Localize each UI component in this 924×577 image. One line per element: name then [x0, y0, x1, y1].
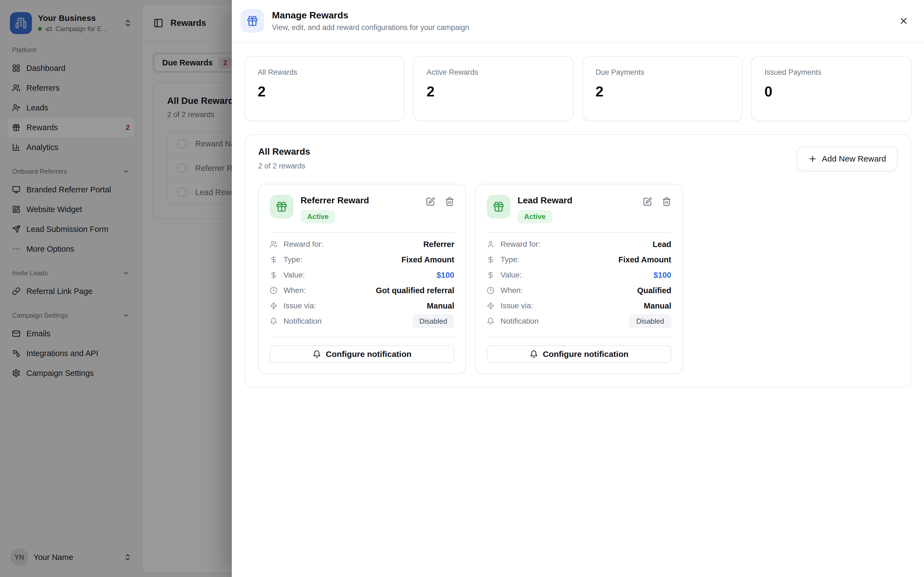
close-icon[interactable] [899, 16, 909, 26]
stat-label: Active Rewards [426, 68, 560, 77]
detail-row: NotificationDisabled [487, 314, 671, 329]
divider [270, 232, 454, 233]
stat-value: 0 [764, 83, 898, 100]
detail-row: Value:$100 [487, 268, 671, 283]
stat-card-issued-payments: Issued Payments0 [751, 56, 911, 121]
stat-value: 2 [426, 83, 560, 100]
configure-button-label: Configure notification [326, 350, 412, 359]
gift-icon [246, 15, 258, 27]
reward-cards: Referrer RewardActiveReward for:Referrer… [258, 184, 898, 374]
detail-row: Value:$100 [270, 268, 454, 283]
users-icon [270, 240, 278, 248]
detail-value: Disabled [412, 314, 454, 328]
divider [270, 337, 454, 337]
trash-icon[interactable] [662, 197, 671, 206]
detail-label: When: [501, 286, 523, 295]
detail-row: Issue via:Manual [270, 298, 454, 314]
add-new-reward-button[interactable]: Add New Reward [797, 147, 898, 171]
detail-row: Reward for:Referrer [270, 237, 454, 252]
detail-row: Issue via:Manual [487, 298, 671, 314]
bell-icon [270, 318, 278, 325]
reward-name: Referrer Reward [300, 195, 369, 206]
gift-icon [276, 201, 288, 213]
stats-row: All Rewards2Active Rewards2Due Payments2… [244, 56, 911, 121]
detail-label: Reward for: [284, 240, 323, 249]
configure-notification-button[interactable]: Configure notification [270, 345, 454, 363]
configure-button-label: Configure notification [543, 350, 628, 359]
divider [487, 337, 671, 337]
zap-icon [270, 302, 278, 309]
modal-title: Manage Rewards [272, 10, 469, 21]
stat-card-due-payments: Due Payments2 [582, 56, 743, 121]
clock-icon [270, 287, 278, 294]
add-button-label: Add New Reward [822, 154, 886, 163]
detail-label: When: [284, 286, 306, 295]
detail-label: Reward for: [501, 240, 540, 249]
zap-icon [487, 302, 494, 309]
reward-name: Lead Reward [517, 195, 572, 206]
detail-label: Notification [284, 317, 322, 326]
bell-icon [530, 350, 538, 358]
detail-label: Issue via: [501, 301, 533, 310]
stat-label: Issued Payments [764, 68, 898, 77]
detail-row: When:Got qualified referral [270, 283, 454, 298]
dollar-icon [270, 256, 278, 263]
dollar-icon [487, 271, 494, 279]
bell-icon [487, 318, 494, 325]
detail-row: When:Qualified [487, 283, 671, 298]
user-icon [487, 240, 494, 248]
dollar-icon [487, 256, 494, 263]
stat-value: 2 [258, 83, 391, 100]
detail-value: Fixed Amount [402, 255, 454, 264]
detail-value: $100 [653, 271, 671, 280]
all-rewards-section: All Rewards 2 of 2 rewards Add New Rewar… [244, 134, 911, 388]
configure-notification-button[interactable]: Configure notification [487, 345, 671, 363]
modal-header: Manage Rewards View, edit, and add rewar… [232, 0, 924, 42]
modal-subtitle: View, edit, and add reward configuration… [272, 23, 469, 32]
detail-label: Issue via: [284, 301, 316, 310]
section-title: All Rewards [258, 147, 310, 157]
status-badge: Active [517, 210, 552, 223]
divider [487, 232, 671, 233]
reward-icon-box [487, 195, 510, 218]
detail-label: Notification [501, 317, 539, 326]
edit-icon[interactable] [426, 197, 435, 206]
stat-label: All Rewards [258, 68, 391, 77]
trash-icon[interactable] [445, 197, 454, 206]
modal-icon-box [241, 9, 264, 33]
stat-value: 2 [596, 83, 729, 100]
reward-card-lead-reward: Lead RewardActiveReward for:LeadType:Fix… [475, 184, 683, 374]
detail-value: Referrer [423, 240, 454, 249]
bell-icon [313, 350, 321, 358]
dollar-icon [270, 271, 278, 279]
section-subtitle: 2 of 2 rewards [258, 162, 310, 170]
detail-value: Qualified [637, 286, 671, 295]
clock-icon [487, 287, 494, 294]
detail-value: Manual [427, 301, 454, 311]
reward-card-referrer-reward: Referrer RewardActiveReward for:Referrer… [258, 184, 466, 374]
detail-value: Fixed Amount [619, 255, 671, 264]
detail-label: Value: [501, 271, 522, 279]
detail-row: Type:Fixed Amount [487, 252, 671, 268]
detail-value: Got qualified referral [376, 286, 454, 295]
stat-card-all-rewards: All Rewards2 [244, 56, 404, 121]
detail-row: NotificationDisabled [270, 314, 454, 329]
detail-label: Value: [284, 271, 305, 279]
detail-value: Lead [653, 240, 671, 249]
detail-value: $100 [436, 271, 454, 280]
detail-value: Manual [644, 301, 671, 311]
edit-icon[interactable] [643, 197, 652, 206]
reward-icon-box [270, 195, 293, 218]
stat-card-active-rewards: Active Rewards2 [414, 56, 573, 121]
detail-label: Type: [501, 255, 519, 264]
detail-value: Disabled [629, 314, 671, 328]
manage-rewards-modal: Manage Rewards View, edit, and add rewar… [232, 0, 924, 577]
plus-icon [808, 155, 817, 163]
detail-label: Type: [284, 255, 302, 264]
status-badge: Active [300, 210, 335, 223]
detail-row: Type:Fixed Amount [270, 252, 454, 268]
stat-label: Due Payments [596, 68, 729, 77]
detail-row: Reward for:Lead [487, 237, 671, 252]
gift-icon [493, 201, 505, 213]
